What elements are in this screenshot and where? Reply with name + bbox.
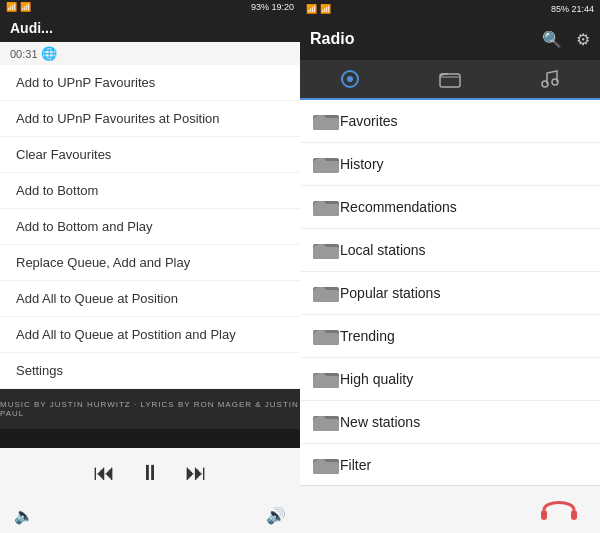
tab-folder[interactable] bbox=[400, 60, 500, 98]
radio-list-item-4[interactable]: Popular stations bbox=[300, 272, 600, 315]
svg-point-1 bbox=[347, 76, 353, 82]
radio-item-label-4: Popular stations bbox=[340, 285, 440, 301]
svg-rect-8 bbox=[313, 161, 339, 173]
right-app-title: Radio bbox=[310, 30, 354, 48]
svg-rect-25 bbox=[541, 510, 547, 520]
left-app-title: Audi... bbox=[10, 20, 53, 36]
left-bottom-area: MUSIC BY JUSTIN HURWITZ · LYRICS BY RON … bbox=[0, 389, 300, 448]
radio-list-item-0[interactable]: Favorites bbox=[300, 100, 600, 143]
context-menu-item-6[interactable]: Add All to Queue at Position bbox=[0, 281, 300, 317]
wiki-icon: 🌐 bbox=[41, 46, 57, 61]
left-header: Audi... bbox=[0, 14, 300, 42]
right-status-right: 85% 21:44 bbox=[551, 4, 594, 14]
left-panel: 📶 📶 93% 19:20 Audi... 00:31 🌐 Add to UPn… bbox=[0, 0, 300, 533]
svg-rect-20 bbox=[313, 419, 339, 431]
radio-item-label-3: Local stations bbox=[340, 242, 426, 258]
settings-icon[interactable]: ⚙ bbox=[576, 30, 590, 49]
context-menu-item-4[interactable]: Add to Bottom and Play bbox=[0, 209, 300, 245]
radio-item-label-8: Filter bbox=[340, 457, 371, 473]
svg-rect-18 bbox=[313, 376, 339, 388]
prev-button[interactable]: ⏮ bbox=[93, 460, 115, 486]
svg-rect-14 bbox=[313, 290, 339, 302]
next-button[interactable]: ⏭ bbox=[185, 460, 207, 486]
tab-music[interactable] bbox=[500, 60, 600, 98]
radio-item-label-0: Favorites bbox=[340, 113, 398, 129]
radio-list-item-7[interactable]: New stations bbox=[300, 401, 600, 444]
context-menu: Add to UPnP FavouritesAdd to UPnP Favour… bbox=[0, 65, 300, 389]
right-header-icons: 🔍 ⚙ bbox=[542, 30, 590, 49]
right-status-bar: 📶 📶 85% 21:44 bbox=[300, 0, 600, 18]
context-menu-item-1[interactable]: Add to UPnP Favourites at Position bbox=[0, 101, 300, 137]
folder-icon-3 bbox=[312, 239, 340, 261]
folder-icon-0 bbox=[312, 110, 340, 132]
playback-controls: ⏮ ⏸ ⏭ bbox=[0, 448, 300, 498]
radio-item-label-6: High quality bbox=[340, 371, 413, 387]
svg-rect-26 bbox=[571, 510, 577, 520]
play-pause-button[interactable]: ⏸ bbox=[139, 460, 161, 486]
tab-bar bbox=[300, 60, 600, 100]
album-art-text: MUSIC BY JUSTIN HURWITZ · LYRICS BY RON … bbox=[0, 400, 300, 418]
radio-item-label-5: Trending bbox=[340, 328, 395, 344]
radio-list-item-3[interactable]: Local stations bbox=[300, 229, 600, 272]
right-status-left: 📶 📶 bbox=[306, 4, 331, 14]
music-tab-icon bbox=[541, 69, 559, 89]
time-elapsed: 00:31 bbox=[10, 48, 38, 60]
right-header: Radio 🔍 ⚙ bbox=[300, 18, 600, 60]
folder-icon-4 bbox=[312, 282, 340, 304]
svg-rect-10 bbox=[313, 204, 339, 216]
radio-tab-icon bbox=[340, 69, 360, 89]
right-bottom-bar bbox=[300, 485, 600, 533]
svg-rect-2 bbox=[440, 74, 460, 87]
folder-icon-6 bbox=[312, 368, 340, 390]
folder-icon-7 bbox=[312, 411, 340, 433]
radio-list-item-5[interactable]: Trending bbox=[300, 315, 600, 358]
volume-low-icon: 🔈 bbox=[14, 506, 34, 525]
folder-icon-1 bbox=[312, 153, 340, 175]
search-icon[interactable]: 🔍 bbox=[542, 30, 562, 49]
radio-item-label-7: New stations bbox=[340, 414, 420, 430]
context-menu-item-8[interactable]: Settings bbox=[0, 353, 300, 389]
folder-icon-5 bbox=[312, 325, 340, 347]
svg-rect-22 bbox=[313, 462, 339, 474]
radio-item-label-2: Recommendations bbox=[340, 199, 457, 215]
volume-high-icon: 🔊 bbox=[266, 506, 286, 525]
radio-list: Favorites History Recommendations Local … bbox=[300, 100, 600, 485]
radio-list-item-6[interactable]: High quality bbox=[300, 358, 600, 401]
radio-list-item-1[interactable]: History bbox=[300, 143, 600, 186]
svg-rect-16 bbox=[313, 333, 339, 345]
context-menu-item-0[interactable]: Add to UPnP Favourites bbox=[0, 65, 300, 101]
tab-radio[interactable] bbox=[300, 60, 400, 98]
album-art-bar: MUSIC BY JUSTIN HURWITZ · LYRICS BY RON … bbox=[0, 389, 300, 429]
context-menu-item-2[interactable]: Clear Favourites bbox=[0, 137, 300, 173]
svg-rect-12 bbox=[313, 247, 339, 259]
left-status-right: 93% 19:20 bbox=[251, 2, 294, 12]
context-menu-item-7[interactable]: Add All to Queue at Postition and Play bbox=[0, 317, 300, 353]
folder-tab-icon bbox=[439, 70, 461, 88]
right-panel: 📶 📶 85% 21:44 Radio 🔍 ⚙ bbox=[300, 0, 600, 533]
headphone-icon bbox=[538, 490, 580, 530]
context-menu-item-3[interactable]: Add to Bottom bbox=[0, 173, 300, 209]
folder-icon-8 bbox=[312, 454, 340, 476]
left-status-left: 📶 📶 bbox=[6, 2, 31, 12]
folder-icon-2 bbox=[312, 196, 340, 218]
context-menu-item-5[interactable]: Replace Queue, Add and Play bbox=[0, 245, 300, 281]
svg-rect-6 bbox=[313, 118, 339, 130]
radio-item-label-1: History bbox=[340, 156, 384, 172]
left-status-bar: 📶 📶 93% 19:20 bbox=[0, 0, 300, 14]
radio-list-item-2[interactable]: Recommendations bbox=[300, 186, 600, 229]
volume-bar: 🔈 🔊 bbox=[0, 498, 300, 533]
left-time-bar: 00:31 🌐 bbox=[0, 42, 300, 65]
radio-list-item-8[interactable]: Filter bbox=[300, 444, 600, 485]
